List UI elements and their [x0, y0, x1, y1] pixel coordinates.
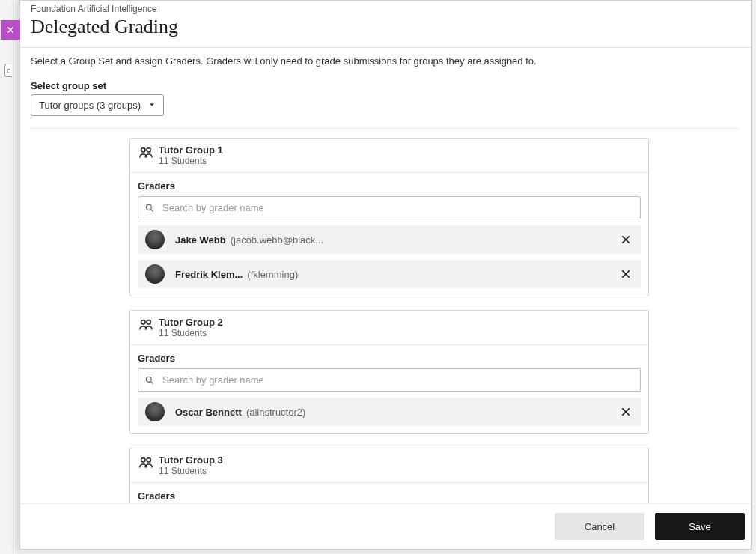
- group-icon: [138, 454, 154, 471]
- group-set-select[interactable]: Tutor groups (3 groups): [31, 94, 164, 116]
- graders-section: Graders Jake Webb (jacob.webb@black...: [130, 173, 648, 296]
- graders-label: Graders: [138, 353, 641, 364]
- group-icon: [138, 144, 154, 161]
- search-icon: [144, 375, 155, 386]
- description-text: Select a Group Set and assign Graders. G…: [31, 55, 740, 67]
- close-icon: [5, 25, 16, 35]
- svg-point-5: [146, 377, 151, 382]
- graders-section: Graders Arthur Ward (aiinstructor1): [130, 483, 648, 503]
- grader-name: Jake Webb: [175, 234, 226, 246]
- close-icon: [620, 234, 632, 246]
- group-name: Tutor Group 3: [159, 454, 223, 466]
- grader-search[interactable]: [138, 196, 641, 219]
- close-icon: [620, 406, 632, 418]
- avatar: [145, 230, 165, 249]
- group-card: Tutor Group 3 11 Students Graders Arthur…: [129, 448, 649, 503]
- grader-row: Fredrik Klem... (fklemming): [138, 260, 641, 288]
- group-header: Tutor Group 3 11 Students: [130, 448, 648, 483]
- grader-name: Oscar Bennett: [175, 407, 242, 418]
- grader-row: Jake Webb (jacob.webb@black...: [138, 225, 641, 254]
- group-header: Tutor Group 2 11 Students: [130, 311, 648, 345]
- search-icon: [144, 203, 155, 213]
- group-set-label: Select group set: [31, 80, 740, 91]
- group-set-selected-value: Tutor groups (3 groups): [39, 100, 141, 111]
- group-icon: [138, 317, 154, 333]
- grader-search-input[interactable]: [161, 201, 634, 214]
- svg-point-1: [147, 148, 151, 153]
- cancel-button[interactable]: Cancel: [555, 513, 644, 540]
- svg-point-7: [147, 458, 151, 463]
- close-icon: [620, 268, 632, 280]
- group-card: Tutor Group 2 11 Students Graders Oscar …: [129, 310, 649, 434]
- section-divider: [31, 128, 740, 129]
- background-tab-indicator: c: [4, 64, 12, 77]
- group-student-count: 11 Students: [159, 328, 223, 338]
- group-student-count: 11 Students: [159, 156, 223, 166]
- panel-header: Foundation Artificial Intelligence Deleg…: [20, 1, 751, 47]
- groups-container: Tutor Group 1 11 Students Graders Jake W…: [129, 138, 649, 503]
- remove-grader-button[interactable]: [618, 404, 633, 419]
- panel-body: Select a Group Set and assign Graders. G…: [20, 48, 751, 503]
- avatar: [145, 402, 165, 421]
- remove-grader-button[interactable]: [618, 232, 633, 247]
- group-name: Tutor Group 1: [159, 144, 223, 156]
- grader-username: (jacob.webb@black...: [231, 234, 323, 246]
- svg-point-2: [146, 204, 151, 210]
- grader-name: Fredrik Klem...: [175, 269, 243, 280]
- remove-grader-button[interactable]: [618, 267, 633, 281]
- delegated-grading-panel: Foundation Artificial Intelligence Deleg…: [19, 0, 752, 550]
- group-student-count: 11 Students: [159, 466, 223, 476]
- svg-point-6: [141, 458, 146, 463]
- graders-section: Graders Oscar Bennett (aiinstructor2): [130, 345, 648, 433]
- graders-label: Graders: [138, 490, 641, 502]
- avatar: [145, 264, 165, 284]
- save-button[interactable]: Save: [655, 513, 745, 540]
- page-title: Delegated Grading: [31, 16, 740, 38]
- group-name: Tutor Group 2: [159, 317, 223, 328]
- group-card: Tutor Group 1 11 Students Graders Jake W…: [129, 138, 649, 296]
- grader-row: Oscar Bennett (aiinstructor2): [138, 398, 641, 426]
- grader-username: (aiinstructor2): [246, 407, 305, 418]
- panel-footer: Cancel Save: [20, 503, 751, 549]
- background-left-strip: [0, 0, 13, 554]
- grader-search-input[interactable]: [161, 374, 634, 386]
- chevron-down-icon: [148, 100, 156, 111]
- svg-point-0: [141, 148, 146, 153]
- grader-username: (fklemming): [247, 269, 298, 280]
- svg-point-4: [147, 320, 151, 325]
- grader-search[interactable]: [138, 368, 641, 392]
- graders-label: Graders: [138, 180, 641, 192]
- close-panel-button[interactable]: [1, 20, 20, 40]
- group-header: Tutor Group 1 11 Students: [130, 138, 648, 173]
- breadcrumb: Foundation Artificial Intelligence: [31, 4, 740, 14]
- svg-point-3: [141, 320, 146, 325]
